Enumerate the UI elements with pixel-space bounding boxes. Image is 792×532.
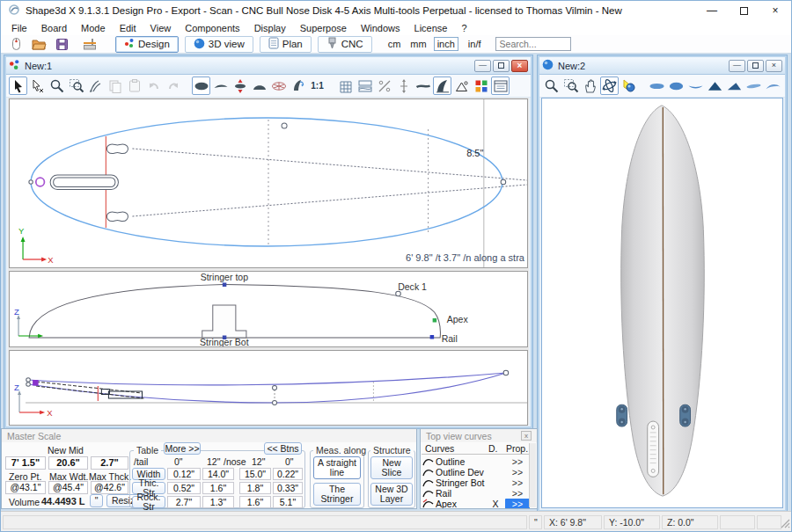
master-scale-titlebar[interactable]: Master Scale — [2, 429, 416, 442]
guideline-image-icon[interactable] — [452, 77, 471, 95]
undo-icon[interactable] — [144, 77, 163, 95]
new-3d-layer-button[interactable]: New 3D Layer — [370, 483, 413, 506]
zoom-icon[interactable] — [542, 77, 561, 95]
slice-view-icon[interactable] — [250, 77, 268, 95]
length-value[interactable]: 7' 1.5" — [5, 456, 46, 470]
more-button[interactable]: More >> — [164, 442, 201, 455]
view-side-icon[interactable] — [744, 77, 763, 95]
view-rail-icon[interactable] — [686, 77, 705, 95]
menu-file[interactable]: File — [4, 23, 34, 33]
new1-close-button[interactable]: × — [511, 60, 528, 72]
straight-line-button[interactable]: A straight line — [313, 456, 361, 479]
rocker-view-canvas[interactable]: Z X — [10, 351, 527, 425]
thic-nose0[interactable]: 0.33" — [273, 482, 303, 494]
maximize-button[interactable] — [728, 1, 759, 20]
top-view-panel[interactable]: Y X 8.5" 6' 9.8" /t 3.7" /n along a stra — [9, 98, 528, 268]
grid-table-icon[interactable] — [356, 77, 374, 95]
color-settings-icon[interactable] — [472, 77, 490, 95]
redo-icon[interactable] — [164, 77, 182, 95]
rocker-curves[interactable] — [28, 373, 506, 403]
new-slice-button[interactable]: New Slice — [370, 456, 413, 479]
board-setup-icon[interactable] — [78, 36, 101, 53]
zero-pt-value[interactable]: @43.1" — [5, 481, 46, 494]
thic-nose12[interactable]: 1.8" — [239, 482, 271, 494]
unit-inch[interactable]: inch — [434, 37, 458, 51]
thic-tail0[interactable]: 0.52" — [167, 482, 201, 494]
prop-button[interactable]: >> — [505, 488, 530, 499]
curves-scrollbar[interactable] — [529, 443, 536, 507]
minimize-button[interactable]: — — [696, 1, 728, 20]
thickness-view-icon[interactable] — [231, 77, 249, 95]
width-tail12[interactable]: 14.0" — [202, 468, 234, 480]
unit-mm[interactable]: mm — [410, 39, 426, 49]
rock-tail12[interactable]: 1.3" — [202, 496, 234, 508]
curve-row-outline-dev[interactable]: Outline Dev >> — [422, 467, 484, 477]
prop-button[interactable]: >> — [505, 467, 530, 477]
new1-titlebar[interactable]: New:1 — × — [6, 57, 531, 75]
menu-edit[interactable]: Edit — [113, 23, 143, 33]
grid-icon[interactable] — [336, 77, 355, 95]
menu-board[interactable]: Board — [34, 23, 74, 33]
menu-display[interactable]: Display — [247, 23, 293, 33]
menu-mode[interactable]: Mode — [74, 23, 113, 33]
new2-close-button[interactable]: × — [766, 60, 782, 72]
fin-boxes[interactable] — [50, 144, 128, 222]
curve-row-apex[interactable]: Apex X >> — [422, 499, 457, 509]
max-wdt-value[interactable]: @45.4" — [48, 481, 88, 494]
properties-panel-icon[interactable] — [491, 77, 510, 95]
width-value[interactable]: 20.6" — [48, 456, 88, 470]
apex-curve-icon[interactable] — [414, 77, 432, 95]
measure-diagonal-icon[interactable] — [375, 77, 393, 95]
wireframe-view-icon[interactable] — [269, 77, 288, 95]
prop-button-active[interactable]: >> — [505, 499, 530, 509]
new2-restore-button[interactable] — [747, 60, 764, 72]
new2-minimize-button[interactable]: — — [729, 60, 745, 72]
width-nose0[interactable]: 0.22" — [273, 468, 303, 480]
menu-windows[interactable]: Windows — [354, 23, 407, 33]
selected-point-marker[interactable] — [36, 178, 45, 186]
rocker-view-panel[interactable]: Z X — [9, 350, 528, 426]
light-icon[interactable] — [620, 77, 638, 95]
selected-point-marker[interactable] — [33, 380, 39, 386]
drag-cursor-icon[interactable] — [28, 77, 47, 95]
menu-view[interactable]: View — [143, 23, 179, 33]
curves-titlebar[interactable]: Top view curves x — [421, 429, 537, 442]
the-stringer-button[interactable]: The Stringer — [313, 483, 361, 506]
plan-mode-button[interactable]: Plan — [260, 36, 312, 53]
cnc-mode-button[interactable]: CNC — [318, 36, 372, 53]
center-fin-box-3d[interactable] — [648, 421, 659, 477]
menu-components[interactable]: Components — [178, 23, 246, 33]
menu-help[interactable]: ? — [454, 23, 473, 33]
zoom-window-icon[interactable] — [67, 77, 85, 95]
btns-button[interactable]: << Btns — [264, 442, 302, 455]
unit-cm[interactable]: cm — [388, 39, 401, 49]
view-bottom-icon[interactable] — [648, 77, 666, 95]
new2-titlebar[interactable]: New:2 — × — [539, 57, 785, 75]
menu-superpose[interactable]: Superpose — [293, 23, 354, 33]
thic-tail12[interactable]: 1.6" — [202, 482, 234, 494]
view-tail-icon[interactable] — [706, 77, 724, 95]
view-perspective-icon[interactable] — [764, 77, 782, 95]
select-cursor-icon[interactable] — [9, 77, 27, 95]
width-tail0[interactable]: 0.12" — [167, 468, 201, 480]
measure-vertical-icon[interactable] — [394, 77, 413, 95]
rock-nose0[interactable]: 5.1" — [273, 496, 303, 508]
slice-view-canvas[interactable]: Stringer top Deck 1 Apex Rail Stringer B… — [10, 272, 527, 346]
prop-button[interactable]: >> — [505, 456, 530, 467]
max-thck-value[interactable]: @42.6" — [91, 481, 128, 494]
new1-minimize-button[interactable]: — — [474, 60, 491, 72]
fin-icon[interactable] — [433, 77, 451, 95]
outline-view-icon[interactable] — [192, 77, 210, 95]
prop-button[interactable]: >> — [505, 477, 530, 488]
board-3d-canvas[interactable] — [542, 98, 782, 507]
rock-nose12[interactable]: 1.6" — [239, 496, 271, 508]
close-button[interactable]: × — [759, 1, 791, 20]
zoom-window-icon[interactable] — [561, 77, 580, 95]
copy-icon[interactable] — [106, 77, 124, 95]
width-nose12[interactable]: 15.0" — [239, 468, 271, 480]
rock-tail0[interactable]: 2.7" — [167, 496, 201, 508]
rotate-orbit-icon[interactable] — [600, 77, 619, 95]
menu-license[interactable]: License — [407, 23, 455, 33]
curves-close-button[interactable]: x — [521, 431, 532, 441]
save-icon[interactable] — [50, 36, 73, 53]
